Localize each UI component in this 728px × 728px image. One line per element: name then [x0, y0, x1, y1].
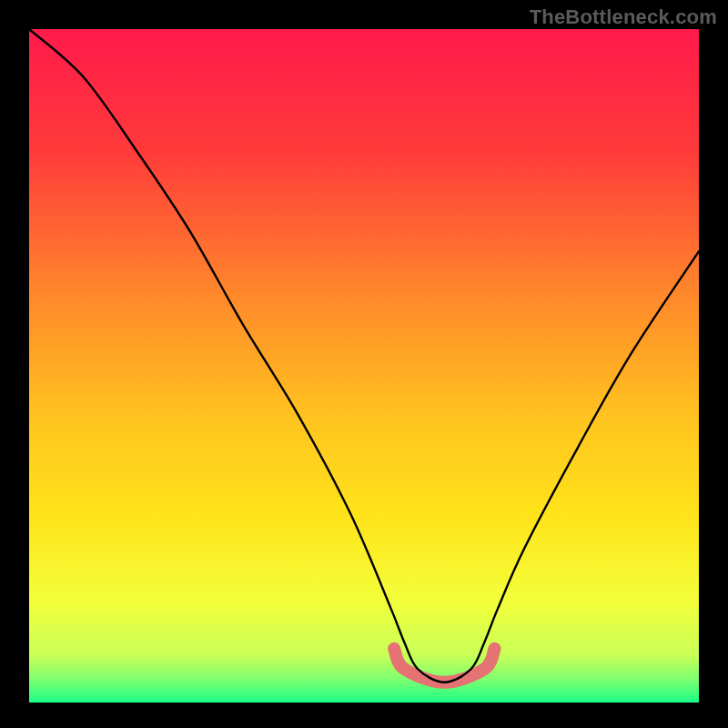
gradient-background: [29, 29, 699, 703]
gradient-stripe: [29, 641, 699, 642]
gradient-stripe: [29, 630, 699, 631]
gradient-stripe: [29, 635, 699, 636]
gradient-stripe: [29, 646, 699, 647]
gradient-stripe: [29, 695, 699, 696]
gradient-stripe: [29, 657, 699, 658]
gradient-stripe: [29, 668, 699, 669]
gradient-stripe: [29, 624, 699, 625]
bottleneck-chart: [0, 0, 728, 728]
watermark-text: TheBottleneck.com: [530, 5, 717, 29]
gradient-stripe: [29, 673, 699, 674]
chart-frame: TheBottleneck.com: [0, 0, 728, 728]
gradient-stripe: [29, 662, 699, 663]
gradient-stripe: [29, 690, 699, 691]
gradient-stripe: [29, 679, 699, 680]
gradient-stripe: [29, 652, 699, 652]
gradient-stripe: [29, 684, 699, 685]
